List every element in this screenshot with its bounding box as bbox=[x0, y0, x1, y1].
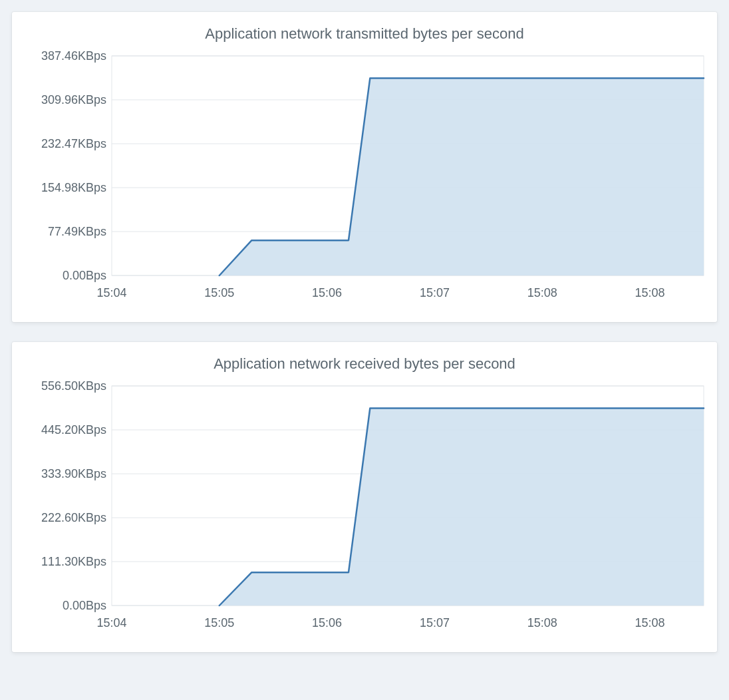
series-area bbox=[219, 79, 704, 275]
y-tick-label: 232.47KBps bbox=[41, 137, 106, 150]
x-tick-label: 15:06 bbox=[312, 616, 342, 629]
x-tick-label: 15:08 bbox=[635, 616, 665, 629]
y-tick-label: 333.90KBps bbox=[41, 467, 106, 480]
x-axis: 15:04 15:05 15:06 15:07 15:08 15:08 bbox=[96, 616, 664, 629]
chart-title: Application network transmitted bytes pe… bbox=[19, 25, 710, 43]
x-axis: 15:04 15:05 15:06 15:07 15:08 15:08 bbox=[96, 286, 664, 299]
x-tick-label: 15:06 bbox=[312, 286, 342, 299]
x-tick-label: 15:08 bbox=[527, 286, 557, 299]
y-axis: 387.46KBps 309.96KBps 232.47KBps 154.98K… bbox=[41, 49, 106, 282]
chart-area[interactable]: 556.50KBps 445.20KBps 333.90KBps 222.60K… bbox=[19, 379, 710, 645]
series-area bbox=[219, 409, 704, 606]
chart-title: Application network received bytes per s… bbox=[19, 355, 710, 373]
x-tick-label: 15:05 bbox=[204, 286, 234, 299]
y-tick-label: 556.50KBps bbox=[41, 379, 106, 393]
chart-svg: 556.50KBps 445.20KBps 333.90KBps 222.60K… bbox=[19, 379, 710, 645]
chart-panel-received: Application network received bytes per s… bbox=[12, 342, 717, 652]
y-axis: 556.50KBps 445.20KBps 333.90KBps 222.60K… bbox=[41, 379, 106, 612]
x-tick-label: 15:07 bbox=[420, 286, 450, 299]
y-tick-label: 77.49KBps bbox=[48, 225, 106, 238]
x-tick-label: 15:07 bbox=[420, 616, 450, 629]
y-tick-label: 387.46KBps bbox=[41, 49, 106, 63]
y-tick-label: 222.60KBps bbox=[41, 511, 106, 524]
x-tick-label: 15:08 bbox=[527, 616, 557, 629]
y-tick-label: 309.96KBps bbox=[41, 93, 106, 106]
chart-panel-transmitted: Application network transmitted bytes pe… bbox=[12, 12, 717, 322]
x-tick-label: 15:08 bbox=[635, 286, 665, 299]
x-tick-label: 15:05 bbox=[204, 616, 234, 629]
chart-svg: 387.46KBps 309.96KBps 232.47KBps 154.98K… bbox=[19, 49, 710, 315]
y-tick-label: 0.00Bps bbox=[63, 599, 106, 612]
chart-area[interactable]: 387.46KBps 309.96KBps 232.47KBps 154.98K… bbox=[19, 49, 710, 315]
y-tick-label: 0.00Bps bbox=[63, 269, 106, 282]
y-tick-label: 154.98KBps bbox=[41, 181, 106, 194]
dashboard-page: Application network transmitted bytes pe… bbox=[0, 0, 729, 684]
y-tick-label: 111.30KBps bbox=[41, 555, 106, 568]
x-tick-label: 15:04 bbox=[96, 616, 126, 629]
x-tick-label: 15:04 bbox=[96, 286, 126, 299]
y-tick-label: 445.20KBps bbox=[41, 423, 106, 437]
